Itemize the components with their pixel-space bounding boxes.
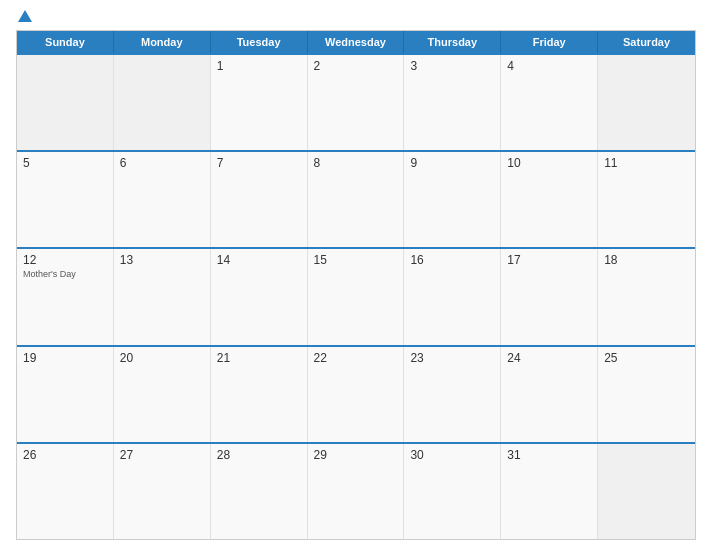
calendar-day-cell: 1	[211, 55, 308, 150]
day-number: 30	[410, 448, 494, 462]
calendar-week-row: 1234	[17, 53, 695, 150]
calendar-day-cell: 17	[501, 249, 598, 344]
day-number: 15	[314, 253, 398, 267]
day-number: 29	[314, 448, 398, 462]
day-number: 20	[120, 351, 204, 365]
calendar-day-cell: 3	[404, 55, 501, 150]
day-number: 12	[23, 253, 107, 267]
day-number: 19	[23, 351, 107, 365]
calendar-day-cell: 19	[17, 347, 114, 442]
calendar-day-cell: 26	[17, 444, 114, 539]
calendar-week-row: 567891011	[17, 150, 695, 247]
day-number: 14	[217, 253, 301, 267]
logo-triangle-icon	[18, 10, 32, 22]
calendar-day-cell: 13	[114, 249, 211, 344]
day-number: 11	[604, 156, 689, 170]
calendar-week-row: 262728293031	[17, 442, 695, 539]
calendar-day-cell: 10	[501, 152, 598, 247]
calendar-day-cell: 28	[211, 444, 308, 539]
calendar-day-cell: 11	[598, 152, 695, 247]
day-number: 21	[217, 351, 301, 365]
day-of-week-header: Friday	[501, 31, 598, 53]
day-number: 8	[314, 156, 398, 170]
calendar-day-cell: 24	[501, 347, 598, 442]
day-number: 6	[120, 156, 204, 170]
calendar-body: 123456789101112Mother's Day1314151617181…	[17, 53, 695, 539]
day-of-week-header: Monday	[114, 31, 211, 53]
calendar-day-cell: 22	[308, 347, 405, 442]
calendar-week-row: 19202122232425	[17, 345, 695, 442]
day-number: 22	[314, 351, 398, 365]
day-number: 13	[120, 253, 204, 267]
day-number: 27	[120, 448, 204, 462]
day-of-week-header: Tuesday	[211, 31, 308, 53]
calendar-day-cell: 14	[211, 249, 308, 344]
calendar-day-cell	[598, 444, 695, 539]
day-number: 17	[507, 253, 591, 267]
calendar-day-cell: 29	[308, 444, 405, 539]
day-number: 3	[410, 59, 494, 73]
day-number: 7	[217, 156, 301, 170]
calendar-day-cell: 9	[404, 152, 501, 247]
calendar-day-cell: 7	[211, 152, 308, 247]
calendar-day-cell: 23	[404, 347, 501, 442]
calendar-day-cell: 15	[308, 249, 405, 344]
day-number: 25	[604, 351, 689, 365]
page: SundayMondayTuesdayWednesdayThursdayFrid…	[0, 0, 712, 550]
header	[16, 10, 696, 22]
calendar-day-cell: 27	[114, 444, 211, 539]
logo	[16, 10, 32, 22]
calendar-day-cell: 12Mother's Day	[17, 249, 114, 344]
day-number: 9	[410, 156, 494, 170]
calendar-week-row: 12Mother's Day131415161718	[17, 247, 695, 344]
calendar-day-cell: 16	[404, 249, 501, 344]
day-number: 16	[410, 253, 494, 267]
day-number: 10	[507, 156, 591, 170]
calendar-day-cell: 8	[308, 152, 405, 247]
calendar: SundayMondayTuesdayWednesdayThursdayFrid…	[16, 30, 696, 540]
day-of-week-header: Sunday	[17, 31, 114, 53]
calendar-day-cell: 5	[17, 152, 114, 247]
calendar-day-cell: 18	[598, 249, 695, 344]
day-of-week-header: Saturday	[598, 31, 695, 53]
day-number: 26	[23, 448, 107, 462]
day-number: 28	[217, 448, 301, 462]
calendar-day-cell: 2	[308, 55, 405, 150]
day-number: 18	[604, 253, 689, 267]
calendar-day-cell	[598, 55, 695, 150]
calendar-day-cell: 21	[211, 347, 308, 442]
day-number: 23	[410, 351, 494, 365]
day-of-week-header: Thursday	[404, 31, 501, 53]
calendar-day-cell: 20	[114, 347, 211, 442]
calendar-day-cell: 31	[501, 444, 598, 539]
day-event-label: Mother's Day	[23, 269, 107, 279]
calendar-day-cell	[114, 55, 211, 150]
logo-blue-text	[16, 10, 32, 22]
day-number: 2	[314, 59, 398, 73]
calendar-day-cell: 30	[404, 444, 501, 539]
day-number: 24	[507, 351, 591, 365]
day-number: 31	[507, 448, 591, 462]
calendar-day-cell	[17, 55, 114, 150]
calendar-day-cell: 25	[598, 347, 695, 442]
day-number: 1	[217, 59, 301, 73]
calendar-header: SundayMondayTuesdayWednesdayThursdayFrid…	[17, 31, 695, 53]
calendar-day-cell: 6	[114, 152, 211, 247]
calendar-day-cell: 4	[501, 55, 598, 150]
day-of-week-header: Wednesday	[308, 31, 405, 53]
day-number: 5	[23, 156, 107, 170]
day-number: 4	[507, 59, 591, 73]
